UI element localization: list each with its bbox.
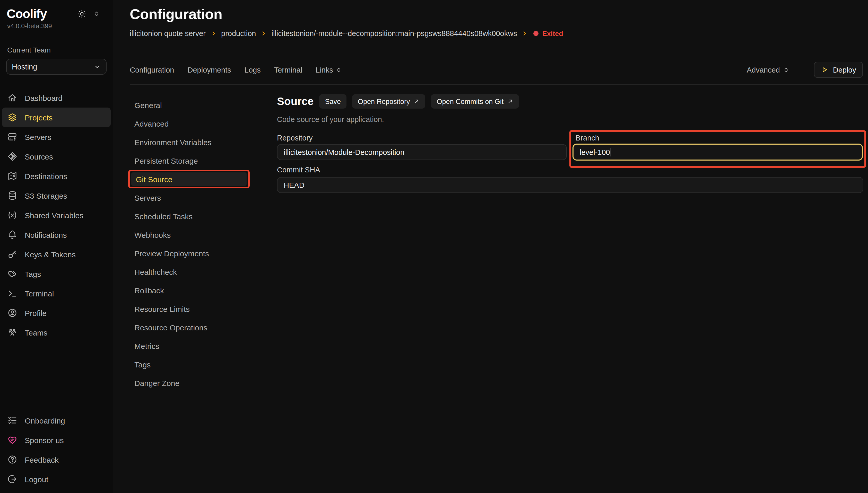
sidebar-item-profile[interactable]: Profile: [2, 303, 111, 323]
sidebar-item-label: Teams: [25, 328, 47, 337]
subnav-item-general[interactable]: General: [130, 96, 250, 114]
selector-updown-icon: [783, 66, 789, 73]
subnav-item-danger-zone[interactable]: Danger Zone: [130, 373, 250, 392]
sidebar-item-destinations[interactable]: Destinations: [2, 166, 111, 186]
sidebar-footer: Onboarding Sponsor us Feedback Logout: [0, 411, 112, 489]
sidebar-item-notifications[interactable]: Notifications: [2, 225, 111, 244]
external-link-icon: [414, 98, 420, 105]
sidebar-item-label: Logout: [25, 475, 48, 484]
tab-deployments[interactable]: Deployments: [188, 66, 231, 74]
branch-label: Branch: [576, 134, 599, 142]
sidebar-item-label: Sources: [25, 152, 53, 161]
breadcrumb-environment[interactable]: production: [221, 29, 256, 38]
page-title: Configuration: [130, 6, 222, 23]
home-icon: [7, 93, 18, 103]
current-team-label: Current Team: [0, 46, 113, 54]
text-cursor: [611, 148, 611, 156]
commit-sha-label: Commit SHA: [277, 166, 320, 174]
subnav-item-rollback[interactable]: Rollback: [130, 281, 250, 300]
subnav-item-advanced[interactable]: Advanced: [130, 114, 250, 133]
open-repository-label: Open Repository: [358, 98, 410, 105]
subnav-item-servers[interactable]: Servers: [130, 188, 250, 207]
subnav-item-environment-variables[interactable]: Environment Variables: [130, 133, 250, 151]
tab-terminal[interactable]: Terminal: [274, 66, 302, 74]
tab-configuration[interactable]: Configuration: [130, 66, 174, 74]
commit-sha-input[interactable]: HEAD: [277, 177, 863, 193]
sidebar: Coolify v4.0.0-beta.399 Current Team Hos…: [0, 0, 113, 493]
sidebar-item-keys-tokens[interactable]: Keys & Tokens: [2, 244, 111, 264]
team-select[interactable]: Hosting: [6, 59, 107, 74]
sidebar-item-feedback[interactable]: Feedback: [2, 450, 110, 469]
repository-label: Repository: [277, 134, 313, 142]
play-icon: [821, 66, 828, 73]
sidebar-item-shared-variables[interactable]: Shared Variables: [2, 205, 111, 225]
status-text: Exited: [542, 29, 563, 37]
teams-icon: [7, 327, 18, 338]
chevron-right-icon: [522, 30, 528, 37]
open-repository-button[interactable]: Open Repository: [352, 94, 425, 109]
sidebar-item-s3-storages[interactable]: S3 Storages: [2, 186, 111, 205]
subnav-item-scheduled-tasks[interactable]: Scheduled Tasks: [130, 207, 250, 226]
sidebar-item-label: Sponsor us: [25, 436, 64, 444]
sidebar-item-label: Dashboard: [25, 93, 63, 102]
sidebar-item-terminal[interactable]: Terminal: [2, 283, 111, 303]
sidebar-item-label: Destinations: [25, 172, 67, 180]
sidebar-item-label: Onboarding: [25, 416, 65, 425]
subnav-item-resource-operations[interactable]: Resource Operations: [130, 318, 250, 337]
sidebar-item-label: Projects: [25, 113, 52, 122]
sidebar-item-sources[interactable]: Sources: [2, 147, 111, 166]
subnav-item-metrics[interactable]: Metrics: [130, 337, 250, 355]
chevron-right-icon: [260, 30, 267, 37]
main-content: Configuration illicitonion quote server …: [114, 0, 868, 493]
sidebar-nav: Dashboard Projects Servers Sources Desti…: [0, 88, 113, 342]
profile-icon: [7, 308, 18, 318]
subnav-item-webhooks[interactable]: Webhooks: [130, 226, 250, 244]
checklist-icon: [7, 415, 18, 426]
layers-icon: [7, 112, 18, 123]
sidebar-item-logout[interactable]: Logout: [2, 469, 110, 489]
open-commits-button[interactable]: Open Commits on Git: [431, 94, 519, 109]
theme-sun-icon[interactable]: [77, 9, 86, 19]
advanced-label: Advanced: [747, 66, 780, 74]
app-logo[interactable]: Coolify: [7, 7, 47, 21]
help-circle-icon: [7, 454, 18, 465]
subnav-item-persistent-storage[interactable]: Persistent Storage: [130, 151, 250, 170]
advanced-dropdown[interactable]: Advanced: [747, 66, 789, 74]
sidebar-item-sponsor-us[interactable]: Sponsor us: [2, 430, 110, 450]
sidebar-item-teams[interactable]: Teams: [2, 323, 111, 342]
tab-bar: Configuration Deployments Logs Terminal …: [130, 62, 863, 78]
external-link-icon: [507, 98, 513, 105]
deploy-button[interactable]: Deploy: [814, 62, 863, 78]
server-icon: [7, 132, 18, 142]
breadcrumb-project[interactable]: illicitonion quote server: [130, 29, 206, 38]
tab-logs[interactable]: Logs: [245, 66, 261, 74]
selector-updown-icon: [336, 66, 342, 73]
sidebar-item-servers[interactable]: Servers: [2, 127, 111, 147]
sidebar-item-dashboard[interactable]: Dashboard: [2, 88, 111, 108]
subnav-item-git-source[interactable]: Git Source: [131, 172, 247, 186]
subnav-item-resource-limits[interactable]: Resource Limits: [130, 300, 250, 318]
theme-selector-icon[interactable]: [93, 10, 100, 18]
sidebar-item-onboarding[interactable]: Onboarding: [2, 411, 110, 430]
repository-input[interactable]: illicitestonion/Module-Decomposition: [277, 144, 567, 160]
source-section: Source Save Open Repository Open Commits…: [277, 94, 866, 109]
save-button[interactable]: Save: [319, 94, 346, 109]
branch-input[interactable]: level-100: [572, 144, 863, 160]
source-description: Code source of your application.: [277, 115, 384, 124]
sidebar-item-tags[interactable]: Tags: [2, 264, 111, 283]
subnav-item-healthcheck[interactable]: Healthcheck: [130, 262, 250, 281]
config-subnav: General Advanced Environment Variables P…: [130, 96, 250, 392]
tab-links-label: Links: [316, 66, 333, 74]
sidebar-item-label: Feedback: [25, 455, 59, 464]
sidebar-item-label: Keys & Tokens: [25, 250, 76, 259]
breadcrumb-application[interactable]: illicitestonion/-module--decomposition:m…: [271, 29, 517, 38]
source-heading: Source: [277, 95, 314, 108]
subnav-item-tags[interactable]: Tags: [130, 355, 250, 373]
database-icon: [7, 190, 18, 201]
header-divider: [130, 84, 868, 85]
subnav-item-preview-deployments[interactable]: Preview Deployments: [130, 244, 250, 262]
sidebar-item-label: Tags: [25, 270, 41, 278]
deploy-label: Deploy: [833, 66, 856, 74]
sidebar-item-projects[interactable]: Projects: [2, 108, 111, 127]
tab-links[interactable]: Links: [316, 66, 342, 74]
